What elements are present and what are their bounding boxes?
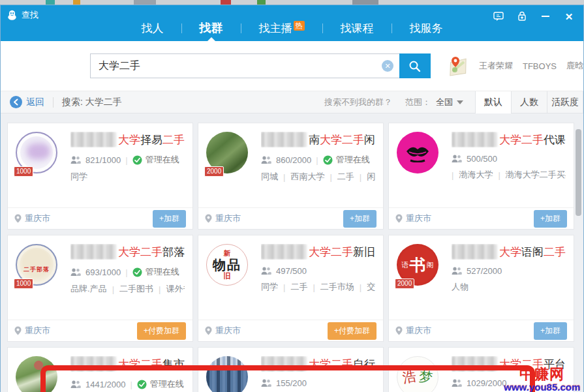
tab-find-groups[interactable]: 找群 [182, 19, 241, 37]
search-section: ✕ 王者荣耀 TFBOYS [1, 41, 583, 91]
group-title[interactable]: 大学二手代课兼职 [452, 132, 566, 147]
group-avatar[interactable]: 二手部落 1000 [16, 244, 59, 288]
hot-term-link[interactable]: 王者荣耀 [479, 60, 513, 72]
scrollbar-thumb[interactable] [576, 129, 581, 216]
group-title[interactable]: 大学语阁二手书店 [452, 244, 566, 260]
tab-find-courses[interactable]: 找课程 [323, 20, 392, 37]
clear-search-icon[interactable]: ✕ [382, 60, 393, 72]
group-card-footer: 重庆市 +付费加群 [8, 320, 192, 341]
group-avatar[interactable]: 新物品旧 [206, 244, 249, 288]
group-location[interactable]: 重庆市 [14, 325, 50, 337]
group-location[interactable]: 重庆市 [14, 213, 50, 224]
group-card-footer: 重庆市 +付费加群 [198, 320, 383, 341]
sort-activity[interactable]: 活跃度 [547, 91, 583, 113]
group-meta: 1029/2000 [452, 378, 566, 388]
results-toolbar: 返回 搜索: 大学二手 搜索不到我的群？ 范围： 全国 默认 人数 活跃度 [1, 91, 583, 113]
background-icon [257, 0, 266, 5]
join-group-button[interactable]: +加群 [343, 210, 377, 228]
group-tag: 同学 [261, 281, 278, 293]
group-title[interactable]: 大学择易二手群 [70, 132, 185, 147]
group-avatar[interactable] [397, 132, 440, 176]
group-tag: 渤海大学 [459, 169, 493, 181]
group-meta: 821/1000 | 管理在线 [70, 154, 185, 166]
group-location[interactable]: 重庆市 [205, 213, 241, 224]
members-icon [452, 267, 462, 275]
group-location[interactable]: 重庆市 [395, 325, 431, 337]
group-title[interactable]: 南大学二手闲置跳蚤 [261, 132, 375, 147]
group-tags: 同学|二手|二手市场|交易|物... [261, 281, 375, 293]
group-card-body: 二手部落 1000 大学二手部落 693/1000 | [8, 235, 192, 320]
group-card: 大学二手代课兼职 500/500 |渤海大学|渤海大学二手买卖|渤... [388, 123, 574, 230]
tab-find-services[interactable]: 找服务 [392, 20, 461, 37]
group-info: 大学二手集市 1441/2000 | [70, 356, 185, 392]
join-group-button[interactable]: +付费加群 [328, 322, 377, 340]
group-card: 大学二手自行车交 155/200 [198, 347, 384, 392]
group-title[interactable]: 大学二手自行车交 [261, 356, 375, 372]
group-title[interactable]: 大学二手集市 [70, 356, 185, 372]
group-tag: 西南大学 [290, 171, 324, 183]
admin-online-status: 管理在线 [323, 154, 370, 166]
check-circle-icon [132, 267, 142, 277]
back-button[interactable]: 返回 [10, 96, 44, 108]
group-avatar[interactable] [206, 356, 249, 392]
join-group-button[interactable]: +加群 [534, 210, 567, 228]
group-avatar[interactable]: 语书阁 2000 [397, 244, 440, 288]
censored-text-blur [452, 244, 497, 260]
group-tag: 二手图书 [119, 283, 153, 295]
search-button[interactable] [399, 53, 431, 78]
sort-members[interactable]: 人数 [512, 91, 547, 113]
group-card-body: 新物品旧 大学二手新旧交易 497/500 [198, 235, 383, 320]
hot-term-link[interactable]: TFBOYS [523, 61, 557, 71]
join-group-button[interactable]: +加群 [153, 210, 186, 228]
group-avatar[interactable]: 浩梦 [397, 356, 440, 392]
location-pin-icon [395, 326, 403, 335]
members-icon [261, 267, 271, 275]
group-card: 语书阁 2000 大学语阁二手书店 527/2000 [388, 235, 574, 342]
group-meta: 155/200 [261, 378, 375, 388]
hot-term-link[interactable]: 鹿晗 [566, 60, 583, 72]
group-avatar[interactable]: 2000 [206, 132, 249, 176]
capacity-badge: 2000 [204, 166, 224, 177]
location-label: 重庆市 [215, 325, 241, 337]
meta-divider: | [316, 155, 318, 165]
location-label: 重庆市 [25, 325, 50, 337]
group-tag: 闲置 [367, 171, 375, 183]
meta-divider: | [125, 267, 127, 277]
scope-dropdown[interactable]: 范围： 全国 [405, 97, 463, 108]
back-label: 返回 [26, 97, 44, 108]
censored-text-blur [70, 356, 116, 372]
members-icon [70, 268, 81, 277]
group-card: 2000 南大学二手闲置跳蚤 860/2000 | [198, 123, 384, 230]
group-avatar[interactable] [16, 356, 59, 392]
cant-find-group-link[interactable]: 搜索不到我的群？ [324, 97, 392, 108]
main-tabs: 找人 找群 找主播热 找课程 找服务 [1, 19, 583, 37]
tab-find-streamers[interactable]: 找主播热 [241, 20, 322, 37]
tab-find-people[interactable]: 找人 [124, 20, 181, 37]
capacity-badge: 1000 [14, 279, 33, 289]
group-info: 南大学二手闲置跳蚤 860/2000 | [261, 132, 375, 207]
group-avatar-image: 新物品旧 [206, 244, 248, 286]
group-info: 大学语阁二手书店 527/2000 人物 [452, 244, 566, 320]
censored-text-blur [452, 356, 497, 372]
group-card-footer: 重庆市 +加群 [8, 207, 192, 229]
sort-tabs: 默认 人数 活跃度 [475, 91, 583, 113]
scope-value: 全国 [436, 97, 453, 108]
background-icon [352, 0, 378, 5]
group-title[interactable]: 大学二手平台 [452, 356, 566, 372]
join-group-button[interactable]: +加群 [534, 322, 567, 340]
join-group-button[interactable]: +付费加群 [137, 322, 186, 340]
magnifier-icon [408, 60, 421, 72]
sort-default[interactable]: 默认 [476, 91, 512, 113]
group-title[interactable]: 大学二手新旧交易 [261, 244, 375, 260]
search-input[interactable] [91, 54, 399, 78]
group-location[interactable]: 重庆市 [205, 325, 241, 337]
lips-icon [404, 143, 431, 162]
group-title[interactable]: 大学二手部落 [70, 244, 185, 260]
tab-label: 找主播 [259, 22, 292, 35]
screen: 查找 ✕ 找人 找群 找主播热 找课程 [0, 0, 584, 392]
chevron-down-icon [457, 100, 463, 108]
group-grid: 1000 大学择易二手群 821/1000 | [7, 123, 574, 392]
member-count: 500/500 [467, 154, 497, 164]
group-avatar[interactable]: 1000 [16, 132, 59, 176]
group-location[interactable]: 重庆市 [395, 213, 431, 224]
